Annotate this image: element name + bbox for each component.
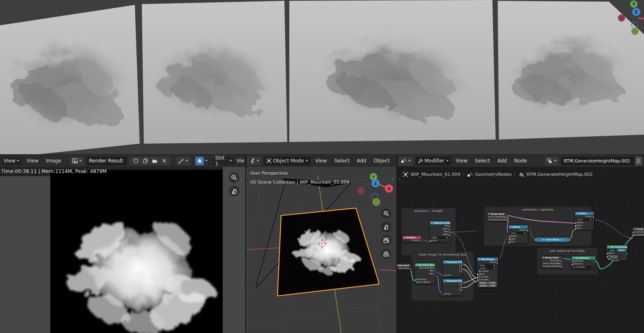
datablock-buttons: [129, 157, 171, 165]
use-radius-checkbox[interactable]: Use Radius: [415, 281, 435, 284]
viewport-editor-icon: [250, 158, 255, 164]
to-max-field[interactable]: To Max1.000: [479, 284, 496, 287]
menu-node[interactable]: Node: [510, 158, 530, 164]
material-sphere-icon: [574, 266, 575, 268]
node-wire: [569, 230, 575, 239]
unlink-image-button[interactable]: [160, 157, 168, 165]
node-group-input[interactable]: Group Input Geometry Invert HeightMap Us…: [541, 255, 563, 268]
interpolation-select[interactable]: Linear: [479, 267, 496, 269]
fake-user-shield-button[interactable]: [132, 157, 140, 165]
node-set-material[interactable]: Set Material Geometry Selection HeightM.…: [571, 256, 596, 269]
node-tree-browse-button[interactable]: [545, 157, 559, 165]
node-switch[interactable]: Switch Output Float Switch False True: [508, 225, 528, 244]
zoom-tool-button[interactable]: [229, 172, 239, 183]
node-separate-xyz[interactable]: Separate XYZ X Y Z Vector: [443, 260, 463, 277]
node-separate-xyz[interactable]: Separate XYZ X Y Z Vector: [443, 279, 463, 296]
node-map-range[interactable]: Map Range Result Float Linear Clamp Valu…: [477, 257, 498, 288]
shade-smooth-checkbox[interactable]: Shade Smooth: [607, 258, 627, 260]
viewport-canvas[interactable]: Y Z X User Perspective (0) Scene Collect…: [246, 167, 396, 333]
svg-text:Y: Y: [632, 2, 635, 7]
hand-icon: [231, 188, 237, 194]
viewport-zoom-button[interactable]: [381, 208, 391, 219]
switch-type-select[interactable]: Float: [510, 232, 527, 234]
chevron-down-icon: [79, 160, 82, 162]
node-wire: [507, 215, 575, 223]
hand-icon: [383, 224, 389, 230]
editor-type-dropdown[interactable]: [398, 157, 413, 165]
image-editor-canvas[interactable]: Time:00:38.11 | Mem:1114M, Peak: 4879M: [0, 167, 245, 333]
viewport-pan-button[interactable]: [381, 222, 391, 232]
mode-dropdown[interactable]: Object Mode: [264, 157, 311, 165]
expand-icon[interactable]: [542, 239, 545, 241]
node-color-ramp[interactable]: Color Ramp: [535, 237, 570, 242]
chevron-down-icon: [306, 160, 308, 162]
grid-icon: [383, 251, 389, 257]
node-wire: [528, 229, 535, 239]
menu-view[interactable]: View: [452, 158, 471, 164]
display-channels-dropdown[interactable]: [193, 157, 210, 165]
render-stats: Time:00:38.11 | Mem:1114M, Peak: 4879M: [1, 169, 107, 174]
magnifier-plus-icon: [383, 211, 389, 217]
menu-viewlayer-truncated[interactable]: Vie: [236, 158, 245, 164]
editor-type-dropdown[interactable]: [247, 157, 262, 165]
node-group-input[interactable]: Group Input Invert HeightMap Use Boundin…: [486, 212, 508, 222]
sphere-icon: [197, 158, 202, 163]
active-object-overlay: (0) Scene Collection | WIP_Mountain_01.0…: [250, 180, 349, 185]
node-wire: [435, 275, 443, 293]
menu-add[interactable]: Add: [494, 158, 510, 164]
top-viewport-render[interactable]: Y Z: [0, 0, 644, 154]
mode-select[interactable]: RGB: [431, 236, 449, 239]
menu-select[interactable]: Select: [331, 158, 353, 164]
menu-object[interactable]: Object: [370, 158, 393, 164]
image-mode-dropdown[interactable]: View: [1, 157, 22, 165]
data-type-select[interactable]: Float: [479, 264, 496, 266]
node-wire: [562, 258, 571, 260]
menu-view[interactable]: View: [312, 158, 331, 164]
node-canvas[interactable]: WIP_Mountain_01.004 › GeometryNodes › 2 …: [397, 167, 644, 333]
pan-tool-button[interactable]: [229, 186, 239, 196]
image-datablock-name[interactable]: Render Result: [87, 157, 127, 165]
open-image-button[interactable]: [150, 157, 159, 165]
pane-collapse-left-icon[interactable]: ‹: [240, 177, 242, 182]
node-tree-name-field[interactable]: RTM.GenerateHeightMap.002: [561, 157, 635, 165]
node-editor-header: Modifier View Select Add Node RTM.Genera…: [397, 154, 644, 167]
object-mode-icon: [266, 158, 271, 163]
chevron-down-icon: [186, 160, 188, 162]
chevron-down-icon: [257, 160, 259, 162]
chevron-down-icon: [205, 160, 208, 162]
domain-buttons[interactable]: EdgeFace: [608, 249, 626, 251]
node-group-output[interactable]: Group Output Geometry HeightMap: [632, 227, 644, 237]
menu-view[interactable]: View: [23, 158, 42, 164]
copy-icon: [143, 158, 148, 163]
node-bounding-box[interactable]: Bounding Box Bounding Box Min Max Geomet…: [414, 263, 436, 284]
clamp-checkbox[interactable]: Clamp: [477, 270, 498, 273]
node-switch[interactable]: Switch Output Float Switch False True: [575, 211, 594, 230]
tree-type-dropdown[interactable]: Modifier: [416, 157, 451, 165]
pane-collapse-left-icon[interactable]: ‹: [392, 177, 394, 182]
node-position[interactable]: Position Position: [402, 235, 422, 242]
magnifier-plus-icon: [231, 174, 237, 181]
channels-button[interactable]: [195, 157, 204, 165]
viewport-grid-button[interactable]: [381, 249, 391, 259]
remove-material-icon[interactable]: ×: [592, 266, 593, 269]
viewport-camera-button[interactable]: [381, 235, 391, 246]
new-image-button[interactable]: [141, 157, 150, 165]
node-group-input[interactable]: Group Input Geometry: [397, 263, 411, 270]
node-wire: [593, 220, 633, 239]
gizmos-dropdown[interactable]: [176, 157, 190, 165]
material-chip[interactable]: HeightM...×: [573, 266, 594, 269]
to-min-field[interactable]: To Min0.000: [479, 282, 496, 284]
shield-icon: [134, 158, 138, 163]
users-count-badge[interactable]: 2: [635, 157, 642, 165]
image-browse-button[interactable]: [70, 157, 84, 165]
chevron-down-icon: [408, 160, 411, 162]
slot-dropdown[interactable]: Slot 1: [212, 157, 235, 165]
node-set-shade-smooth[interactable]: Set Shade Smooth EdgeFace Mesh Selection…: [606, 245, 628, 261]
menu-add[interactable]: Add: [353, 158, 370, 164]
menu-image[interactable]: Image: [42, 158, 65, 164]
switch-type-select[interactable]: Float: [576, 218, 593, 221]
node-wire: [462, 278, 477, 282]
node-separate-color[interactable]: Separate Color Red Green Blue Alpha RGB …: [429, 221, 451, 242]
chevron-down-icon: [17, 160, 19, 162]
menu-select[interactable]: Select: [471, 158, 494, 164]
